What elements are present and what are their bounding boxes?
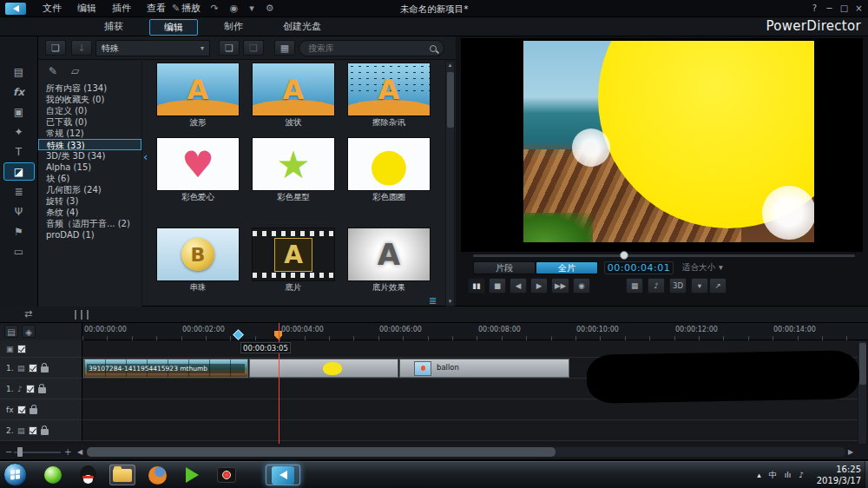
category-general[interactable]: 常规 (12) bbox=[38, 128, 141, 139]
show-desktop-button[interactable] bbox=[865, 461, 868, 488]
category-custom[interactable]: 自定义 (0) bbox=[38, 105, 141, 116]
close-button[interactable]: × bbox=[852, 0, 866, 17]
tray-ime-icon[interactable]: 中 bbox=[769, 468, 777, 482]
tab-capture[interactable]: 捕获 bbox=[90, 19, 137, 36]
remove-content-icon[interactable]: ❏ bbox=[243, 40, 264, 56]
movie-mode-button[interactable]: 全片 bbox=[536, 261, 598, 274]
tag-icon[interactable]: ✎ bbox=[49, 65, 57, 77]
preview-seekbar[interactable] bbox=[473, 254, 855, 257]
eraser-icon[interactable]: ▱ bbox=[71, 65, 79, 77]
scroll-down-icon[interactable]: ▾ bbox=[446, 298, 454, 306]
track-header-video-2[interactable]: 2. ▤ bbox=[0, 420, 82, 441]
track-enable-checkbox[interactable] bbox=[29, 426, 37, 435]
transition-room-icon[interactable]: ◪ bbox=[3, 162, 35, 181]
transition-item[interactable]: A 底片 bbox=[252, 228, 335, 293]
chapter-room-icon[interactable]: ⚑ bbox=[3, 222, 35, 241]
track-swap-icon[interactable]: ⇄ bbox=[24, 308, 32, 320]
particle-room-icon[interactable]: ✦ bbox=[3, 122, 35, 141]
taskbar-browser-icon[interactable] bbox=[40, 465, 66, 485]
category-3d[interactable]: 3D/类 3D (34) bbox=[38, 150, 141, 162]
title-room-icon[interactable]: T bbox=[3, 142, 35, 161]
import-media-icon[interactable]: ❏ bbox=[45, 40, 66, 56]
category-audio[interactable]: 音频（适用于音... (2) bbox=[38, 218, 141, 229]
library-scrollbar[interactable]: ▴ ▾ bbox=[445, 61, 455, 307]
transition-item[interactable]: B 串珠 bbox=[156, 228, 240, 293]
ruler-scale[interactable]: 00:00:00:00 00:00:02:00 00:00:04:00 00:0… bbox=[82, 323, 858, 340]
scroll-left-icon[interactable]: ◀ bbox=[77, 446, 82, 458]
taskbar-explorer-icon[interactable] bbox=[109, 465, 135, 485]
tray-network-icon[interactable]: ılı bbox=[785, 468, 792, 482]
zoom-out-icon[interactable]: − bbox=[5, 446, 12, 458]
search-icon[interactable] bbox=[430, 45, 437, 52]
category-downloaded[interactable]: 已下载 (0) bbox=[38, 116, 141, 128]
pip-objects-room-icon[interactable]: ▣ bbox=[3, 102, 35, 121]
track-header-audio-1[interactable]: 1. ♪ bbox=[0, 379, 82, 399]
fast-forward-button[interactable]: ▶▶ bbox=[551, 278, 569, 293]
category-filter-dropdown[interactable]: 特殊 ▾ bbox=[95, 40, 210, 56]
tab-create-disc[interactable]: 创建光盘 bbox=[269, 19, 335, 36]
track-lock-icon[interactable] bbox=[30, 408, 37, 414]
track-enable-checkbox[interactable] bbox=[17, 406, 26, 414]
view-mode-icon[interactable]: ▦ bbox=[274, 40, 295, 56]
transition-item[interactable]: ★ 彩色星型 bbox=[252, 137, 335, 202]
seekbar-handle[interactable] bbox=[620, 251, 628, 260]
capture-icon[interactable]: ◉ bbox=[230, 0, 239, 17]
stop-button[interactable]: ■ bbox=[489, 278, 506, 293]
taskbar-qq-icon[interactable] bbox=[75, 465, 101, 485]
category-favorites[interactable]: 我的收藏夹 (0) bbox=[38, 94, 141, 105]
undo-icon[interactable]: ↶ bbox=[191, 0, 199, 17]
zoom-in-icon[interactable]: + bbox=[64, 446, 71, 458]
menu-view[interactable]: 查看 bbox=[139, 0, 174, 17]
scrollbar-thumb[interactable] bbox=[859, 343, 866, 385]
track-lock-icon[interactable] bbox=[41, 366, 49, 373]
track-header-video-1[interactable]: 1. ▤ bbox=[0, 358, 82, 379]
taskbar-clock[interactable]: 16:25 2019/3/17 bbox=[807, 464, 861, 486]
menu-edit[interactable]: 编辑 bbox=[69, 0, 104, 17]
volume-icon[interactable]: ♪ bbox=[648, 278, 665, 293]
marker-tool-icon[interactable]: ◈ bbox=[22, 325, 36, 338]
category-prodad[interactable]: proDAD (1) bbox=[38, 229, 141, 241]
previous-frame-button[interactable]: ◀ bbox=[510, 278, 527, 293]
effect-room-icon[interactable]: fx bbox=[3, 82, 35, 101]
category-stripes[interactable]: 条纹 (4) bbox=[38, 207, 141, 218]
tab-edit[interactable]: 编辑 bbox=[149, 19, 198, 36]
playhead-line[interactable] bbox=[279, 323, 279, 444]
track-header-fx[interactable]: fx bbox=[0, 399, 82, 420]
draw-tool-icon[interactable]: ✎ bbox=[172, 0, 180, 17]
maximize-button[interactable]: □ bbox=[837, 0, 852, 17]
track-lock-icon[interactable] bbox=[41, 429, 49, 435]
taskbar-player-icon[interactable] bbox=[179, 465, 205, 485]
help-button[interactable]: ? bbox=[807, 0, 822, 17]
snapshot-button[interactable]: ◉ bbox=[573, 278, 590, 293]
track-enable-checkbox[interactable] bbox=[26, 385, 35, 393]
transition-item[interactable]: A 底片效果 bbox=[347, 228, 431, 293]
track-lane-fx[interactable] bbox=[82, 399, 858, 420]
taskbar-powerdirector-icon[interactable] bbox=[266, 465, 300, 485]
category-block[interactable]: 块 (6) bbox=[38, 173, 141, 184]
audio-mixing-room-icon[interactable]: ≣ bbox=[3, 182, 35, 201]
scrollbar-thumb[interactable] bbox=[447, 72, 454, 128]
panel-splitter-handle[interactable] bbox=[75, 310, 89, 320]
media-room-icon[interactable]: ▤ bbox=[3, 63, 35, 81]
search-input[interactable] bbox=[306, 43, 430, 54]
menu-plugins[interactable]: 插件 bbox=[104, 0, 139, 17]
menu-file[interactable]: 文件 bbox=[35, 0, 69, 17]
tracks-scrollbar[interactable] bbox=[858, 340, 867, 445]
tab-produce[interactable]: 制作 bbox=[210, 19, 257, 36]
library-more-icon[interactable]: ≣ bbox=[429, 295, 437, 307]
taskbar-firefox-icon[interactable] bbox=[144, 465, 170, 485]
zoom-slider-handle[interactable] bbox=[17, 447, 23, 457]
track-enable-checkbox[interactable] bbox=[17, 345, 26, 353]
category-all[interactable]: 所有内容 (134) bbox=[38, 82, 141, 94]
clip-mode-button[interactable]: 片段 bbox=[473, 261, 536, 274]
redo-icon[interactable]: ↷ bbox=[210, 0, 218, 17]
detach-preview-icon[interactable]: ↗ bbox=[709, 278, 727, 293]
new-folder-icon[interactable]: ❏ bbox=[219, 40, 240, 56]
track-header-select[interactable]: ▣ bbox=[0, 340, 82, 358]
scrollbar-thumb[interactable] bbox=[87, 447, 556, 457]
timeline-clip-ballon[interactable]: ballon bbox=[399, 359, 569, 378]
transition-item[interactable]: ♥ 彩色爱心 bbox=[156, 137, 240, 202]
taskbar-recorder-icon[interactable] bbox=[214, 465, 240, 485]
timeline-clip-transition[interactable] bbox=[249, 359, 398, 378]
tray-expand-icon[interactable]: ▴ bbox=[757, 468, 761, 482]
